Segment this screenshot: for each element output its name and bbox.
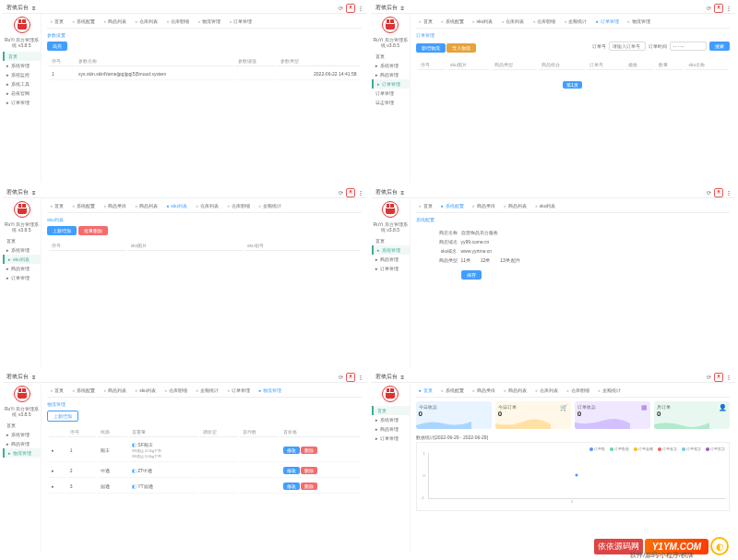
order-no-input[interactable]: [609, 42, 646, 51]
tab[interactable]: ●仓库明细: [564, 387, 592, 394]
edit-button[interactable]: 修改: [283, 467, 300, 474]
search-button[interactable]: 搜索: [709, 42, 730, 51]
collapse-icon[interactable]: ≡: [401, 190, 405, 196]
tab[interactable]: ●金额统计: [561, 18, 589, 25]
tab[interactable]: ●系统配置: [69, 202, 98, 209]
refresh-icon[interactable]: ⟳: [707, 5, 711, 11]
nav-home[interactable]: 首页: [372, 52, 410, 61]
tab[interactable]: ●sku列表: [470, 18, 496, 25]
nav-order[interactable]: ▸ 订单管理: [372, 79, 410, 89]
avatar[interactable]: ᴥ: [346, 188, 355, 197]
collapse-icon[interactable]: ≡: [32, 375, 36, 380]
save-button[interactable]: 保存: [461, 270, 482, 280]
nav-monitor[interactable]: ▸ 系统监控: [3, 70, 41, 79]
batch-delete-button[interactable]: 批量删除: [78, 226, 108, 235]
nav-goods[interactable]: ▸ 商品管理: [372, 424, 410, 434]
avatar[interactable]: ᴥ: [346, 373, 355, 382]
avatar[interactable]: ᴥ: [714, 188, 723, 197]
tab[interactable]: ●商品列表: [101, 387, 129, 394]
tab[interactable]: ●订单管理: [224, 387, 253, 394]
tab[interactable]: ●首页: [416, 202, 435, 209]
nav-logistics[interactable]: ▸ 物流管理: [3, 448, 41, 458]
collapse-icon[interactable]: ≡: [401, 375, 405, 380]
table-row[interactable]: ▸1顺丰◧ SF顺丰SF速运 0.5kg下单SF速运 0.6kg下单修改 删除: [49, 439, 360, 462]
tab[interactable]: ●物流管理: [625, 18, 653, 25]
tab[interactable]: ●金额统计: [193, 387, 221, 394]
tab[interactable]: ●sku列表: [163, 202, 190, 209]
delete-button[interactable]: 删除: [301, 483, 317, 490]
nav-home[interactable]: 首页: [3, 236, 41, 245]
edit-button[interactable]: 修改: [283, 447, 300, 454]
dots-icon[interactable]: ⋮: [358, 5, 363, 11]
add-logistics-button[interactable]: 新增物流: [416, 43, 446, 53]
tab[interactable]: ●仓库明细: [163, 18, 192, 25]
tab[interactable]: ●首页: [416, 387, 435, 394]
tab[interactable]: ●商品类目: [470, 202, 498, 209]
nav-logistics[interactable]: 日志管理: [372, 98, 410, 107]
tab[interactable]: ●仓库列表: [532, 387, 561, 394]
nav-goods[interactable]: ▸ 商品管理: [372, 70, 410, 79]
tab[interactable]: ●商品列表: [101, 18, 129, 25]
nav-home[interactable]: 首页: [372, 236, 410, 245]
table-row[interactable]: ▸2中通◧ ZT中通修改 删除: [49, 464, 360, 478]
nav-gen[interactable]: ▸ 若依官网: [3, 89, 41, 98]
tab[interactable]: ●首页: [47, 202, 66, 209]
dots-icon[interactable]: ⋮: [726, 374, 732, 380]
nav-sys[interactable]: ▸ 系统管理: [3, 245, 41, 255]
tab[interactable]: ●商品列表: [501, 387, 530, 394]
tab[interactable]: ●商品类目: [470, 387, 498, 394]
nav-sys[interactable]: ▸ 系统管理: [3, 61, 41, 70]
refresh-icon[interactable]: ⟳: [707, 189, 711, 196]
date-input[interactable]: [670, 42, 707, 51]
import-logistics-button[interactable]: 导入物流: [446, 43, 476, 53]
collapse-icon[interactable]: ≡: [32, 6, 36, 11]
tab[interactable]: ●订单管理: [226, 18, 255, 25]
nav-sys[interactable]: ▸ 系统管理: [372, 415, 410, 424]
delete-button[interactable]: 删除: [301, 467, 317, 474]
nav-home[interactable]: 首页: [372, 406, 410, 415]
add-line-button[interactable]: 上新增加: [47, 411, 78, 422]
nav-order[interactable]: ▸ 订单管理: [372, 434, 410, 443]
tab[interactable]: ●金额统计: [595, 387, 624, 394]
nav-tool[interactable]: ▸ 系统工具: [3, 79, 41, 89]
dots-icon[interactable]: ⋮: [726, 189, 732, 196]
dots-icon[interactable]: ⋮: [358, 374, 363, 380]
nav-sys[interactable]: ▸ 系统管理: [3, 430, 41, 439]
tab[interactable]: ●仓库明细: [161, 387, 190, 394]
tab[interactable]: ●商品类目: [101, 202, 129, 209]
avatar[interactable]: ᴥ: [714, 373, 723, 382]
tab[interactable]: ●仓库明细: [530, 18, 558, 25]
nav-order[interactable]: ▸ 订单管理: [372, 264, 410, 273]
tab[interactable]: ●商品列表: [501, 202, 530, 209]
tab[interactable]: ●首页: [416, 18, 435, 25]
nav-goods[interactable]: ▸ 商品管理: [372, 255, 410, 264]
tab[interactable]: ●系统配置: [438, 387, 467, 394]
nav-home[interactable]: 首页: [3, 421, 41, 430]
tab[interactable]: ●首页: [47, 18, 66, 25]
tab[interactable]: ●sku列表: [132, 387, 159, 394]
table-row[interactable]: ▸3圆通◧ YT圆通修改 删除: [49, 480, 360, 494]
refresh-icon[interactable]: ⟳: [339, 189, 343, 196]
tab[interactable]: ●金额统计: [256, 202, 284, 209]
tab[interactable]: ●商品列表: [132, 202, 161, 209]
nav-goods[interactable]: ▸ 商品管理: [3, 264, 41, 273]
refresh-icon[interactable]: ⟳: [339, 5, 343, 11]
tab[interactable]: ●仓库列表: [193, 202, 221, 209]
avatar[interactable]: ᴥ: [714, 4, 723, 13]
tab[interactable]: ●系统配置: [438, 202, 467, 209]
nav-sys[interactable]: ▸ 系统管理: [372, 245, 410, 255]
dots-icon[interactable]: ⋮: [726, 5, 732, 11]
tab[interactable]: ●物流管理: [195, 18, 223, 25]
tab[interactable]: ●仓库明细: [224, 202, 253, 209]
nav-sys[interactable]: ▸ 系统管理: [372, 61, 410, 70]
collapse-icon[interactable]: ≡: [401, 6, 405, 11]
tab[interactable]: ●系统配置: [69, 387, 98, 394]
nav-goods[interactable]: ▸ 商品管理: [3, 439, 41, 448]
collapse-icon[interactable]: ≡: [32, 190, 36, 196]
add-button[interactable]: 上新增加: [47, 226, 77, 235]
nav-sku[interactable]: ▸ sku列表: [3, 255, 41, 264]
tab[interactable]: ●物流管理: [256, 387, 284, 394]
tab[interactable]: ●仓库列表: [132, 18, 161, 25]
avatar[interactable]: ᴥ: [346, 4, 355, 13]
tab[interactable]: ●系统配置: [438, 18, 467, 25]
